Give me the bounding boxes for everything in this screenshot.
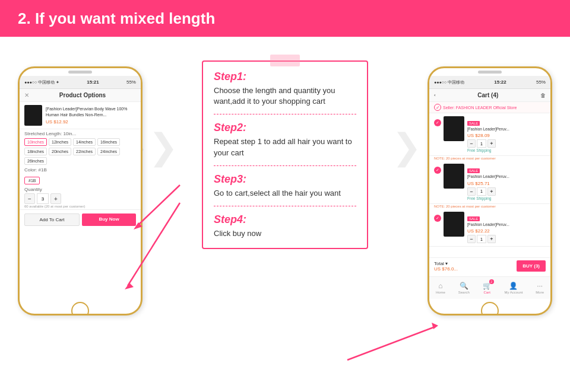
cart-thumb-2 (444, 164, 464, 189)
qty-plus[interactable]: + (50, 193, 61, 204)
cart-check-3[interactable]: ✓ (434, 215, 441, 222)
qty-label: Quantity (24, 187, 136, 192)
cart-header: ‹ Cart (4) 🗑 (429, 89, 550, 102)
product-options-title: Product Options (29, 92, 136, 98)
cart-name-3: [Fashion Leader]Peruv... (467, 222, 546, 227)
phone-nav-bar: ⌂ Home 🔍 Search 🛒 2 Cart 👤 My Account (429, 276, 550, 299)
cart-qty-minus-3[interactable]: − (467, 235, 476, 243)
free-shipping-1: Free Shipping (467, 148, 546, 152)
nav-home-label: Home (436, 291, 445, 294)
nav-cart[interactable]: 🛒 2 Cart (483, 282, 492, 294)
buy-all-button[interactable]: BUY (3) (517, 260, 546, 272)
cart-check-2[interactable]: ✓ (434, 167, 441, 174)
step4-title: Step4: (214, 213, 356, 226)
length-12[interactable]: 12inches (49, 138, 71, 146)
step2-desc: Repeat step 1 to add all hair you want t… (214, 136, 356, 158)
qty-minus[interactable]: − (24, 193, 35, 204)
header-banner: 2. If you want mixed length (0, 0, 570, 37)
phone-status-bar-right: ●●●○○ 中国移动 15:22 55% (429, 76, 550, 89)
step1: Step1: Choose the length and quantity yo… (214, 71, 356, 114)
note-2: NOTE: 20 pieces at most per customer (429, 204, 550, 209)
cart-details-1: SALE [Fashion Leader]Peruv... US $28.09 … (467, 116, 546, 152)
cart-item-3: ✓ SALE [Fashion Leader]Peruv... US $22.2… (429, 209, 550, 247)
buy-now-button[interactable]: Buy Now (82, 213, 136, 226)
cart-item-2: ✓ SALE [Fashion Leader]Peruv... US $25.7… (429, 161, 550, 203)
arrow-step4 (347, 327, 433, 360)
sale-badge-1: SALE (467, 121, 480, 126)
length-16[interactable]: 16inches (97, 138, 120, 146)
nav-more[interactable]: ··· More (536, 282, 544, 294)
home-btn-left[interactable] (71, 302, 89, 315)
length-22[interactable]: 22inches (73, 148, 96, 155)
step4-desc: Click buy now (214, 228, 356, 239)
color-label: Color: #1B (24, 167, 136, 173)
right-screen: ‹ Cart (4) 🗑 ✓ Seller: FASHION LEADER Of… (429, 89, 550, 299)
product-thumbnail (24, 105, 42, 126)
right-phone: ●●●○○ 中国移动 15:22 55% ‹ Cart (4) 🗑 ✓ Sell… (428, 66, 552, 315)
steps-card: Step1: Choose the length and quantity yo… (202, 60, 368, 249)
nav-search-label: Search (458, 291, 470, 294)
arrow-step1 (137, 185, 180, 227)
battery-left: 55% (126, 79, 136, 85)
phone-bottom-buttons: Add To Cart Buy Now (20, 209, 141, 230)
cart-price-1: US $28.09 (467, 133, 546, 138)
cart-qty-val-3: 1 (477, 235, 486, 243)
nav-account[interactable]: 👤 My Account (504, 282, 522, 294)
length-20[interactable]: 20inches (49, 148, 71, 155)
cart-qty-minus-1[interactable]: − (467, 139, 476, 148)
length-24[interactable]: 24inches (97, 148, 120, 155)
total-section: Total ▾ US $76.0... (434, 261, 458, 272)
length-10[interactable]: 10inches (24, 138, 47, 146)
trash-icon[interactable]: 🗑 (540, 93, 546, 98)
close-icon[interactable]: ✕ (24, 92, 29, 98)
arrow-head-4 (432, 323, 438, 329)
total-price: US $76.0... (434, 266, 458, 272)
note-1: NOTE: 20 pieces at most per customer (429, 156, 550, 161)
color-value[interactable]: #1B (24, 177, 40, 184)
cart-price-2: US $25.71 (467, 181, 546, 186)
cart-name-1: [Fashion Leader]Peruv... (467, 127, 546, 132)
cart-check-1[interactable]: ✓ (434, 119, 441, 126)
phone-speaker-left (68, 71, 92, 74)
product-options-header: ✕ Product Options (20, 89, 141, 102)
qty-control: − 3 + (24, 193, 136, 204)
left-screen: ✕ Product Options [Fashion Leader]Peruvi… (20, 89, 141, 299)
add-to-cart-button[interactable]: Add To Cart (24, 213, 80, 226)
signal-left: ●●●○○ 中国移动 ✦ (24, 79, 59, 85)
qty-value[interactable]: 3 (37, 193, 49, 204)
cart-qty-plus-3[interactable]: + (487, 235, 496, 243)
available-text: 60 available (20 at most per customer) (24, 205, 136, 208)
cart-qty-3: − 1 + (467, 235, 546, 243)
step1-title: Step1: (214, 71, 356, 83)
cart-qty-minus-2[interactable]: − (467, 187, 476, 196)
cart-name-2: [Fashion Leader]Peruv... (467, 174, 546, 179)
left-phone: ●●●○○ 中国移动 ✦ 15:21 55% ✕ Product Options… (18, 66, 142, 315)
main-content: ❯❯ ❯❯ ●●●○○ 中国移动 ✦ 15:21 55% ✕ Product O… (0, 37, 570, 392)
cart-qty-plus-1[interactable]: + (487, 139, 496, 148)
sale-badge-3: SALE (467, 216, 480, 221)
free-shipping-2: Free Shipping (467, 196, 546, 200)
cart-footer: Total ▾ US $76.0... BUY (3) (429, 257, 550, 274)
cart-title: Cart (4) (436, 92, 540, 98)
cart-price-3: US $22.22 (467, 228, 546, 234)
nav-home[interactable]: ⌂ Home (436, 282, 445, 294)
battery-right: 55% (536, 79, 546, 85)
sale-badge-2: SALE (467, 168, 480, 173)
tape-decoration (270, 55, 300, 66)
length-options: 10inches 12inches 14inches 16inches 18in… (20, 137, 141, 166)
step3: Step3: Go to cart,select all the hair yo… (214, 173, 356, 206)
account-icon: 👤 (509, 282, 518, 290)
nav-search[interactable]: 🔍 Search (458, 282, 470, 294)
home-btn-right[interactable] (481, 302, 499, 315)
seller-row: ✓ Seller: FASHION LEADER Official Store (429, 102, 550, 113)
time-right: 15:22 (494, 79, 506, 85)
total-label: Total ▾ (434, 261, 458, 266)
length-14[interactable]: 14inches (73, 138, 96, 146)
product-name: [Fashion Leader]Peruvian Body Wave 100% … (46, 106, 136, 118)
length-26[interactable]: 26inches (24, 157, 47, 165)
time-left: 15:21 (87, 79, 99, 85)
length-18[interactable]: 18inches (24, 148, 47, 155)
step1-desc: Choose the length and quantity you want,… (214, 85, 356, 107)
cart-qty-plus-2[interactable]: + (487, 187, 496, 196)
cart-qty-2: − 1 + (467, 187, 546, 196)
